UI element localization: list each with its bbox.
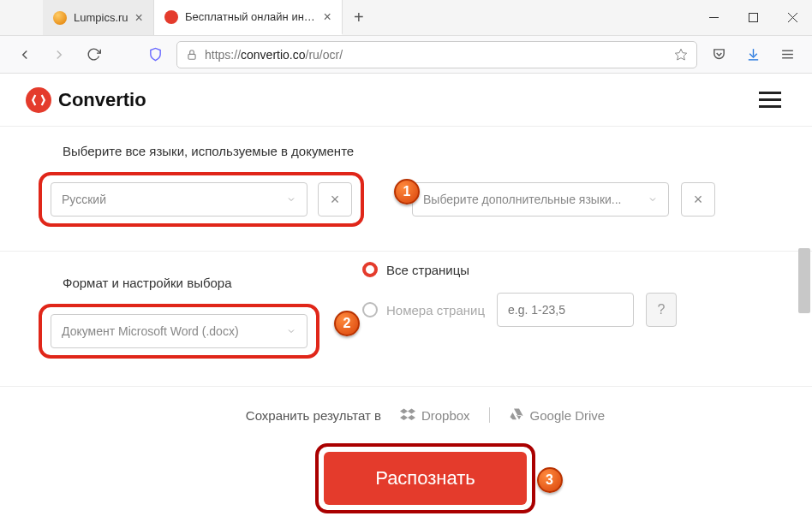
url-text: https://convertio.co/ru/ocr/ [205, 48, 667, 62]
chevron-down-icon [286, 326, 296, 336]
svg-rect-1 [749, 14, 757, 22]
radio-all-pages[interactable]: Все страницы [362, 262, 677, 277]
annotation-badge-3: 3 [537, 467, 563, 493]
dropdown-value: Русский [62, 193, 279, 206]
recognize-button[interactable]: Распознать [324, 452, 527, 505]
tab-lumpics[interactable]: Lumpics.ru × [43, 0, 154, 35]
separator [489, 407, 490, 423]
clear-language-button[interactable]: × [318, 182, 352, 217]
url-input[interactable]: https://convertio.co/ru/ocr/ [176, 41, 697, 68]
highlight-box-3: Распознать [315, 443, 535, 513]
reload-button[interactable] [81, 42, 106, 68]
minimize-button[interactable] [694, 0, 733, 35]
format-row: Формат и настройки выбора Документ Micro… [39, 258, 812, 359]
tab-convertio[interactable]: Бесплатный онлайн инструме × [154, 0, 343, 35]
maximize-button[interactable] [733, 0, 773, 35]
logo-icon [26, 87, 51, 113]
shield-icon[interactable] [142, 42, 168, 68]
scrollbar-thumb[interactable] [798, 248, 810, 313]
forward-button[interactable] [46, 42, 72, 68]
chevron-down-icon [648, 194, 658, 205]
browser-tabs: Lumpics.ru × Бесплатный онлайн инструме … [0, 0, 694, 35]
dropbox-label: Dropbox [421, 408, 470, 423]
logo[interactable]: Convertio [26, 87, 146, 113]
save-gdrive[interactable]: Google Drive [509, 407, 606, 423]
radio-label: Все страницы [386, 263, 469, 277]
svg-marker-5 [675, 49, 686, 60]
annotation-badge-2: 2 [334, 311, 360, 336]
radio-label: Номера страниц [386, 303, 485, 317]
save-dropbox[interactable]: Dropbox [400, 407, 470, 423]
section-divider [0, 251, 812, 252]
dropdown-placeholder: Выберите дополнительные языки... [423, 193, 641, 206]
format-dropdown[interactable]: Документ Microsoft Word (.docx) [51, 314, 307, 348]
site-header: Convertio [0, 74, 812, 127]
svg-rect-4 [188, 54, 195, 59]
close-icon[interactable]: × [324, 10, 331, 24]
language-section-label: Выберите все языки, используемые в докум… [63, 144, 812, 158]
additional-language-dropdown[interactable]: Выберите дополнительные языки... [412, 182, 669, 217]
lock-icon [186, 49, 198, 61]
gdrive-label: Google Drive [530, 408, 606, 423]
new-tab-button[interactable]: + [343, 0, 375, 35]
submit-wrap: Распознать 3 [39, 443, 812, 528]
browser-title-bar: Lumpics.ru × Бесплатный онлайн инструме … [0, 0, 812, 36]
radio-page-numbers[interactable]: Номера страниц [362, 302, 485, 317]
annotation-badge-1: 1 [394, 179, 420, 205]
highlight-box-2: Документ Microsoft Word (.docx) [39, 304, 319, 359]
tab-title: Бесплатный онлайн инструме [185, 10, 317, 23]
save-label: Сохранить результат в [246, 408, 381, 423]
tab-title: Lumpics.ru [74, 11, 128, 24]
bookmark-icon[interactable] [674, 48, 688, 62]
help-button[interactable]: ? [646, 293, 677, 327]
dropdown-value: Документ Microsoft Word (.docx) [62, 324, 279, 338]
page-numbers-input[interactable] [497, 293, 634, 327]
highlight-box-1: Русский × [39, 172, 364, 227]
tab-favicon-lumpics [53, 11, 67, 25]
format-section-label: Формат и настройки выбора [63, 276, 319, 290]
save-destination-row: Сохранить результат в Dropbox Google Dri… [39, 387, 812, 443]
pocket-icon[interactable] [706, 42, 731, 68]
clear-additional-button[interactable]: × [681, 182, 715, 217]
logo-text: Convertio [58, 89, 146, 111]
dropbox-icon [400, 407, 415, 423]
main-content: Выберите все языки, используемые в докум… [0, 144, 812, 528]
tab-favicon-convertio [164, 10, 178, 24]
download-icon[interactable] [740, 42, 766, 68]
language-row: Русский × 1 Выберите дополнительные язык… [39, 172, 812, 227]
address-bar: https://convertio.co/ru/ocr/ [0, 36, 812, 74]
primary-language-dropdown[interactable]: Русский [51, 182, 307, 217]
menu-icon[interactable] [774, 42, 800, 68]
radio-off-icon [362, 302, 378, 317]
window-controls [694, 0, 812, 35]
radio-on-icon [362, 262, 378, 277]
chevron-down-icon [286, 194, 296, 205]
gdrive-icon [509, 407, 524, 423]
close-window-button[interactable] [773, 0, 812, 35]
hamburger-menu[interactable] [754, 86, 786, 113]
back-button[interactable] [12, 42, 38, 68]
close-icon[interactable]: × [135, 11, 143, 25]
